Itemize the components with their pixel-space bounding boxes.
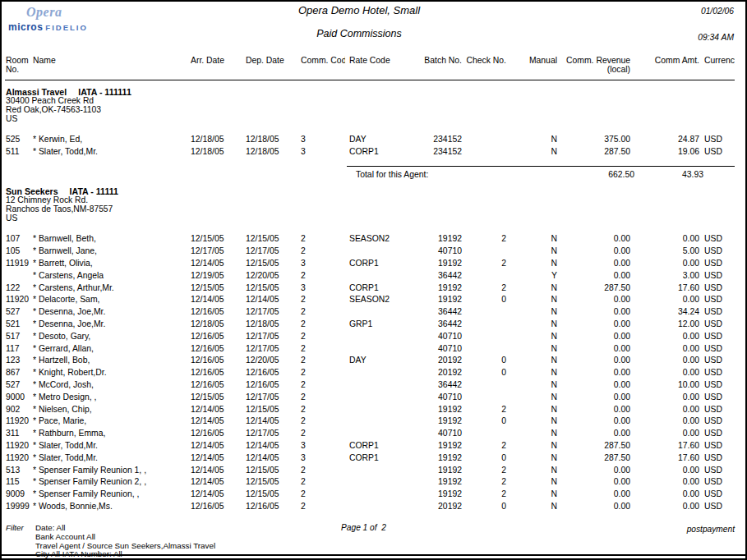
cell-comm-revenue: 0.00 <box>560 428 630 440</box>
commission-row: * Carstens, Angela12/19/0512/20/05236442… <box>6 270 735 282</box>
agent-address-line: Red Oak,OK-74563-1103 <box>6 106 735 115</box>
cell-comm-code: 2 <box>297 270 345 282</box>
cell-comm-revenue: 0.00 <box>560 294 630 306</box>
agent-address-line: 12 Chimney Rock Rd. <box>6 196 735 205</box>
cell-check-no: 2 <box>464 476 510 489</box>
cell-rate-code <box>345 379 422 392</box>
cell-comm-revenue: 287.50 <box>560 146 630 158</box>
cell-currency: USD <box>699 465 735 477</box>
cell-dep-date: 12/16/05 <box>246 379 297 392</box>
cell-rate-code <box>345 476 422 489</box>
col-header-manual: Manual <box>510 56 560 74</box>
cell-batch-no: 20192 <box>422 367 464 379</box>
cell-manual-flag: N <box>510 258 560 270</box>
cell-comm-code: 3 <box>297 134 345 146</box>
cell-dep-date: 12/17/05 <box>246 392 297 404</box>
agent-total-label: Total for this Agent: <box>347 169 565 180</box>
cell-manual-flag: N <box>510 440 560 452</box>
cell-check-no <box>464 331 510 343</box>
cell-comm-revenue: 0.00 <box>560 501 630 513</box>
cell-room-no: 513 <box>6 465 33 477</box>
cell-room-no: 11920 <box>6 294 33 306</box>
cell-currency: USD <box>699 294 735 306</box>
cell-batch-no: 40710 <box>422 343 464 356</box>
col-header-rate-code: Rate Code <box>345 56 422 74</box>
cell-dep-date: 12/17/05 <box>246 306 297 319</box>
cell-manual-flag: N <box>510 452 560 465</box>
cell-comm-amount: 0.00 <box>630 476 699 489</box>
col-header-check-no: Check No. <box>464 56 510 74</box>
cell-comm-code: 2 <box>297 343 345 356</box>
report-subtitle: Paid Commissions <box>2 28 717 39</box>
cell-batch-no: 36442 <box>422 319 464 331</box>
cell-check-no: 2 <box>464 404 510 416</box>
commission-row: 115* Spenser Family Reunion 2, ,12/14/05… <box>6 476 735 489</box>
cell-rate-code: CORP1 <box>345 452 422 465</box>
cell-arr-date: 12/15/05 <box>188 233 246 246</box>
cell-guest-name: * Carstens, Arthur,Mr. <box>33 282 188 295</box>
commission-row: 517* Desoto, Gary,12/16/0512/17/05240710… <box>6 331 735 343</box>
cell-rate-code <box>345 343 422 356</box>
agent-total-spacer <box>703 169 739 180</box>
cell-arr-date: 12/15/05 <box>188 392 246 404</box>
commission-row: 123* Hartzell, Bob,12/16/0512/20/052DAY2… <box>6 355 735 367</box>
commission-row: 513* Spenser Family Reunion 1, ,12/14/05… <box>6 465 735 477</box>
cell-check-no <box>464 146 510 158</box>
cell-guest-name: * Slater, Todd,Mr. <box>33 440 188 452</box>
cell-room-no: 117 <box>6 343 33 356</box>
cell-rate-code <box>345 246 422 258</box>
cell-check-no: 2 <box>464 440 510 452</box>
cell-rate-code: SEASON2 <box>345 294 422 306</box>
commission-row: 122* Carstens, Arthur,Mr.12/15/0512/15/0… <box>6 282 735 295</box>
cell-comm-revenue: 287.50 <box>560 282 630 295</box>
cell-dep-date: 12/17/05 <box>246 331 297 343</box>
cell-check-no <box>464 319 510 331</box>
cell-comm-amount: 0.00 <box>630 233 699 246</box>
cell-batch-no: 19192 <box>422 404 464 416</box>
cell-manual-flag: N <box>510 331 560 343</box>
agent-address-line: US <box>6 214 735 223</box>
cell-room-no: 527 <box>6 379 33 392</box>
cell-arr-date: 12/19/05 <box>188 270 246 282</box>
cell-arr-date: 12/16/05 <box>188 379 246 392</box>
cell-arr-date: 12/18/05 <box>188 146 246 158</box>
cell-comm-code: 2 <box>297 404 345 416</box>
cell-currency: USD <box>699 476 735 489</box>
cell-manual-flag: N <box>510 343 560 356</box>
cell-dep-date: 12/15/05 <box>246 404 297 416</box>
cell-comm-revenue: 0.00 <box>560 258 630 270</box>
cell-guest-name: * Spenser Family Reunion 2, , <box>33 476 188 489</box>
col-header-name: Name <box>33 56 188 74</box>
cell-manual-flag: Y <box>510 270 560 282</box>
cell-batch-no: 40710 <box>422 428 464 440</box>
cell-guest-name: * Woods, Bonnie,Ms. <box>33 501 188 513</box>
cell-manual-flag: N <box>510 392 560 404</box>
cell-comm-amount: 0.00 <box>630 489 699 501</box>
cell-check-no: 0 <box>464 294 510 306</box>
commission-row: 867* Knight, Robert,Dr.12/16/0512/16/052… <box>6 367 735 379</box>
cell-comm-code: 2 <box>297 306 345 319</box>
cell-batch-no: 36442 <box>422 270 464 282</box>
agent-address: 30400 Peach Creek RdRed Oak,OK-74563-110… <box>6 97 735 123</box>
col-header-room-no: Room No. <box>6 56 33 74</box>
cell-comm-revenue: 287.50 <box>560 452 630 465</box>
cell-comm-code: 2 <box>297 415 345 428</box>
cell-room-no: 11919 <box>6 258 33 270</box>
agent-title: Sun SeekersIATA - 11111 <box>6 186 735 196</box>
cell-currency: USD <box>699 440 735 452</box>
cell-check-no: 2 <box>464 489 510 501</box>
cell-guest-name: * Desenna, Joe,Mr. <box>33 319 188 331</box>
cell-comm-revenue: 0.00 <box>560 246 630 258</box>
cell-check-no: 2 <box>464 465 510 477</box>
cell-comm-revenue: 0.00 <box>560 331 630 343</box>
cell-dep-date: 12/14/05 <box>246 440 297 452</box>
cell-check-no: 0 <box>464 367 510 379</box>
cell-currency: USD <box>699 343 735 356</box>
cell-room-no: 527 <box>6 306 33 319</box>
filter-line-bank-account: Bank Account All <box>35 533 735 542</box>
cell-comm-amount: 0.00 <box>630 343 699 356</box>
commission-row: 11920* Slater, Todd,Mr.12/14/0512/14/053… <box>6 440 735 452</box>
cell-manual-flag: N <box>510 404 560 416</box>
cell-guest-name: * Rathburn, Emma, <box>33 428 188 440</box>
commission-row: 11919* Barrett, Olivia,12/14/0512/15/053… <box>6 258 735 270</box>
